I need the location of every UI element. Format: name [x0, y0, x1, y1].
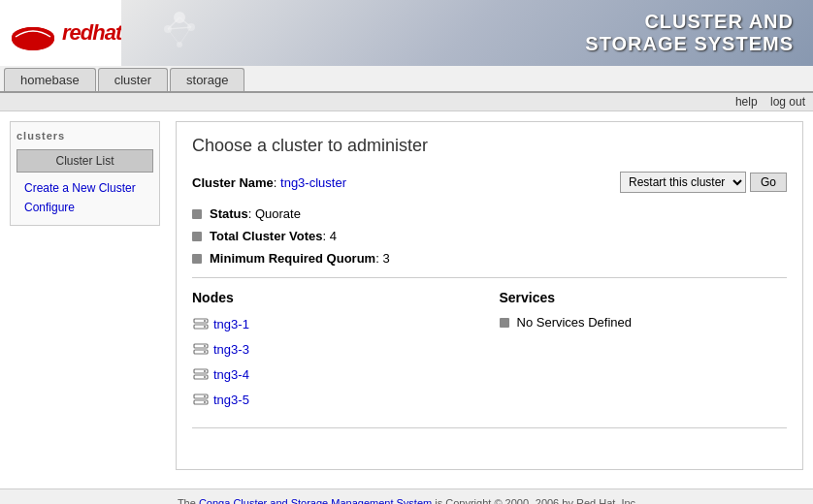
no-services-item: No Services Defined [500, 315, 788, 330]
service-bullet-icon [500, 318, 509, 328]
status-row: Status: Quorate [192, 206, 787, 221]
svg-point-4 [12, 27, 54, 47]
toplinks: help log out [0, 93, 813, 111]
logout-link[interactable]: log out [770, 95, 805, 109]
restart-select[interactable]: Restart this cluster [620, 172, 746, 193]
min-quorum-label: Minimum Required Quorum [210, 251, 375, 266]
nodes-header: Nodes [192, 290, 480, 305]
svg-point-20 [204, 345, 206, 347]
footer-line1: The Conga Cluster and Storage Management… [8, 497, 805, 504]
total-votes-row: Total Cluster Votes: 4 [192, 229, 787, 243]
svg-point-16 [204, 320, 206, 322]
node-icon [192, 365, 210, 383]
redhat-text: redhat [62, 20, 121, 46]
node-link-tng3-1[interactable]: tng3-1 [213, 317, 249, 331]
header: redhat CLUSTER AND STO [0, 0, 813, 66]
min-quorum-row: Minimum Required Quorum: 3 [192, 251, 787, 266]
svg-point-24 [204, 370, 206, 372]
quorum-bullet-icon [192, 254, 202, 264]
total-votes-label: Total Cluster Votes [210, 229, 323, 243]
content-panel: Choose a cluster to administer Cluster N… [176, 121, 803, 470]
cluster-info-bar: Cluster Name: tng3-cluster Restart this … [192, 172, 787, 193]
node-link-tng3-3[interactable]: tng3-3 [213, 342, 249, 357]
create-cluster-link[interactable]: Create a New Cluster [16, 178, 153, 198]
cluster-name-section: Cluster Name: tng3-cluster [192, 175, 346, 190]
services-section: Services No Services Defined [500, 290, 788, 416]
footer-conga-link[interactable]: Conga Cluster and Storage Management Sys… [199, 497, 432, 504]
tab-homebase[interactable]: homebase [4, 68, 96, 91]
redhat-hat-icon [8, 8, 58, 58]
list-item: tng3-4 [192, 365, 480, 383]
svg-point-21 [204, 351, 206, 353]
list-item: tng3-3 [192, 340, 480, 358]
banner-title: CLUSTER AND STORAGE SYSTEMS [585, 11, 794, 55]
go-button[interactable]: Go [750, 173, 787, 192]
redhat-logo: redhat [8, 8, 121, 58]
node-link-tng3-5[interactable]: tng3-5 [213, 393, 249, 407]
cluster-actions: Restart this cluster Go [620, 172, 787, 193]
svg-point-29 [204, 401, 206, 403]
sidebar-title: clusters [16, 130, 153, 142]
status-value: Quorate [255, 206, 301, 221]
sidebar: clusters Cluster List Create a New Clust… [10, 121, 160, 226]
cluster-name-label: Cluster Name [192, 175, 274, 190]
help-link[interactable]: help [735, 95, 758, 109]
votes-bullet-icon [192, 232, 202, 241]
banner-decoration [150, 8, 209, 61]
svg-point-25 [204, 376, 206, 378]
logo-area: redhat [0, 0, 121, 66]
services-header: Services [500, 290, 788, 305]
content-area: clusters Cluster List Create a New Clust… [0, 111, 813, 504]
status-label: Status [210, 206, 248, 221]
tab-storage[interactable]: storage [170, 68, 244, 91]
nodes-section: Nodes tng3-1 [192, 290, 480, 416]
node-icon [192, 315, 210, 332]
cluster-list-button[interactable]: Cluster List [16, 149, 153, 173]
bottom-divider [192, 427, 787, 428]
status-bullet-icon [192, 209, 202, 219]
banner: CLUSTER AND STORAGE SYSTEMS [121, 0, 813, 66]
svg-point-28 [204, 395, 206, 397]
no-services-text: No Services Defined [517, 315, 633, 330]
navbar: homebase cluster storage [0, 66, 813, 93]
min-quorum-value: 3 [382, 251, 389, 266]
cluster-name-value[interactable]: tng3-cluster [280, 175, 346, 190]
section-divider [192, 277, 787, 278]
total-votes-value: 4 [330, 229, 337, 243]
svg-line-8 [168, 17, 179, 29]
configure-link[interactable]: Configure [16, 198, 153, 217]
footer: The Conga Cluster and Storage Management… [0, 488, 813, 504]
node-icon [192, 340, 210, 358]
nodes-services: Nodes tng3-1 [192, 290, 787, 416]
node-link-tng3-4[interactable]: tng3-4 [213, 367, 249, 382]
page-title: Choose a cluster to administer [192, 136, 787, 156]
main: clusters Cluster List Create a New Clust… [0, 111, 813, 480]
tab-cluster[interactable]: cluster [98, 68, 168, 91]
svg-point-17 [204, 326, 206, 328]
svg-line-13 [179, 27, 191, 45]
svg-line-12 [168, 29, 179, 45]
list-item: tng3-5 [192, 391, 480, 408]
node-icon [192, 391, 210, 408]
list-item: tng3-1 [192, 315, 480, 332]
